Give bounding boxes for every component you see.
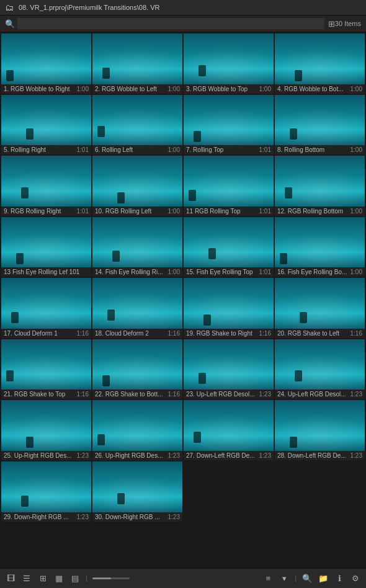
item-duration: 1:23: [77, 452, 89, 459]
grid-item[interactable]: 17. Cloud Deform 11:16: [1, 278, 91, 338]
item-duration: 1:16: [168, 391, 180, 398]
item-duration: 1:00: [168, 86, 180, 92]
item-name: 1. RGB Wobble to Right: [4, 86, 74, 92]
item-duration: 1:23: [168, 452, 180, 459]
grid-item[interactable]: 14. Fish Eye Rolling Ri...1:00: [92, 217, 182, 277]
grid-item[interactable]: 11 RGB Rolling Top1:01: [184, 156, 274, 216]
item-duration: 1:16: [77, 391, 89, 398]
item-duration: 1:00: [77, 86, 89, 92]
settings-icon[interactable]: ⚙: [350, 573, 361, 584]
grid-item[interactable]: 10. RGB Rolling Left1:00: [92, 156, 182, 216]
item-duration: 1:23: [168, 514, 180, 520]
item-name: 15. Fish Eye Rolling Top: [186, 269, 257, 275]
grid-item[interactable]: 28. Down-Left RGB De...1:23: [275, 400, 365, 460]
folder-icon: 🗂: [5, 2, 14, 12]
item-name: 23. Up-Left RGB Desol...: [186, 391, 257, 398]
item-duration: 1:00: [168, 146, 180, 153]
grid-item[interactable]: 19. RGB Shake to Right1:16: [184, 278, 274, 338]
item-duration: 1:00: [350, 146, 362, 153]
grid-item[interactable]: 9. RGB Rolling Right1:01: [1, 156, 91, 216]
media-type-icon[interactable]: 🎞: [5, 573, 16, 584]
item-name: 14. Fish Eye Rolling Ri...: [95, 269, 166, 275]
item-name: 13 Fish Eye Rolling Lef 101: [4, 269, 86, 275]
grid-item[interactable]: 7. Rolling Top1:01: [184, 95, 274, 155]
item-name: 29. Down-Right RGB ...: [4, 514, 74, 520]
grid-item[interactable]: 2. RGB Wobble to Left1:00: [92, 33, 182, 94]
grid-item[interactable]: 25. Up-Right RGB Des...1:23: [1, 400, 91, 460]
dropdown-icon[interactable]: ▾: [279, 573, 290, 584]
item-duration: 1:23: [77, 514, 89, 520]
item-name: 2. RGB Wobble to Left: [95, 86, 166, 92]
item-duration: 1:23: [350, 452, 362, 459]
bottom-toolbar: 🎞 ☰ ⊞ ▦ ▤ | ≡ ▾ | 🔍 📁 ℹ ⚙: [0, 568, 366, 588]
grid-item[interactable]: 12. RGB Rolling Bottom1:00: [275, 156, 365, 216]
item-duration: 1:01: [259, 269, 271, 275]
search-toolbar-icon[interactable]: 🔍: [301, 573, 313, 584]
grid-item[interactable]: 5. Rolling Right1:01: [1, 95, 91, 155]
grid-small-icon[interactable]: ⊞: [37, 573, 48, 584]
grid-item[interactable]: 18. Cloud Deform 21:16: [92, 278, 182, 338]
panel-icon[interactable]: ▤: [69, 573, 81, 584]
item-name: 3. RGB Wobble to Top: [186, 86, 257, 92]
filter-icon[interactable]: ⊞: [328, 19, 335, 29]
grid-item[interactable]: 15. Fish Eye Rolling Top1:01: [184, 217, 274, 277]
item-name: 11 RGB Rolling Top: [186, 208, 257, 215]
item-name: 30. Down-Right RGB ...: [95, 514, 166, 520]
grid-item[interactable]: 29. Down-Right RGB ...1:23: [1, 461, 91, 522]
item-name: 5. Rolling Right: [4, 146, 74, 153]
search-input[interactable]: [17, 18, 324, 29]
item-name: 26. Up-Right RGB Des...: [95, 452, 166, 459]
item-name: 8. Rolling Bottom: [277, 146, 348, 153]
item-name: 18. Cloud Deform 2: [95, 330, 166, 337]
grid-large-icon[interactable]: ▦: [53, 573, 65, 584]
item-duration: 1:00: [350, 208, 362, 215]
list-view-icon[interactable]: ☰: [21, 573, 32, 584]
grid-item[interactable]: 4. RGB Wobble to Bot...1:00: [275, 33, 365, 94]
item-name: 10. RGB Rolling Left: [95, 208, 166, 215]
menu-icon[interactable]: ≡: [262, 573, 274, 584]
media-browser-icon[interactable]: 📁: [318, 573, 329, 584]
item-name: 19. RGB Shake to Right: [186, 330, 257, 337]
grid-item[interactable]: 16. Fish Eye Rolling Bo...1:00: [275, 217, 365, 277]
item-name: 12. RGB Rolling Bottom: [277, 208, 348, 215]
title-bar: 🗂 08. VR_1.prproj\Premiumilk Transitions…: [0, 0, 366, 16]
grid-item[interactable]: 8. Rolling Bottom1:00: [275, 95, 365, 155]
grid-item[interactable]: 23. Up-Left RGB Desol...1:23: [184, 339, 274, 399]
grid-item[interactable]: 21. RGB Shake to Top1:16: [1, 339, 91, 399]
grid-item[interactable]: 6. Rolling Left1:00: [92, 95, 182, 155]
zoom-slider[interactable]: [92, 577, 130, 579]
item-duration: 1:16: [168, 330, 180, 337]
grid-item[interactable]: 27. Down-Left RGB De...1:23: [184, 400, 274, 460]
item-name: 22. RGB Shake to Bott...: [95, 391, 166, 398]
item-name: 4. RGB Wobble to Bot...: [277, 86, 348, 92]
grid-item[interactable]: 20. RGB Shake to Left1:16: [275, 278, 365, 338]
item-duration: 1:00: [259, 86, 271, 92]
item-name: 24. Up-Left RGB Desol...: [277, 391, 348, 398]
grid-item[interactable]: 22. RGB Shake to Bott...1:16: [92, 339, 182, 399]
item-name: 28. Down-Left RGB De...: [277, 452, 348, 459]
item-duration: 1:23: [259, 391, 271, 398]
item-name: 16. Fish Eye Rolling Bo...: [277, 269, 348, 275]
item-duration: 1:01: [259, 146, 271, 153]
item-name: 9. RGB Rolling Right: [4, 208, 74, 215]
item-duration: 1:16: [77, 330, 89, 337]
item-name: 6. Rolling Left: [95, 146, 166, 153]
grid-item[interactable]: 1. RGB Wobble to Right1:00: [1, 33, 91, 94]
grid-item[interactable]: 24. Up-Left RGB Desol...1:23: [275, 339, 365, 399]
item-duration: 1:01: [259, 208, 271, 215]
media-grid: 1. RGB Wobble to Right1:002. RGB Wobble …: [0, 32, 366, 523]
info-icon[interactable]: ℹ: [334, 573, 345, 584]
item-duration: 1:23: [350, 391, 362, 398]
search-bar: 🔍 ⊞ 30 Items: [0, 16, 366, 32]
item-duration: 1:01: [77, 146, 89, 153]
items-count: 30 Items: [335, 20, 361, 27]
item-duration: 1:00: [350, 269, 362, 275]
title-bar-path: 08. VR_1.prproj\Premiumilk Transitions\0…: [19, 4, 159, 11]
item-duration: 1:00: [350, 86, 362, 92]
grid-item[interactable]: 13 Fish Eye Rolling Lef 101: [1, 217, 91, 277]
grid-item[interactable]: 30. Down-Right RGB ...1:23: [92, 461, 182, 522]
grid-item[interactable]: 3. RGB Wobble to Top1:00: [184, 33, 274, 94]
item-name: 7. Rolling Top: [186, 146, 257, 153]
item-name: 25. Up-Right RGB Des...: [4, 452, 74, 459]
grid-item[interactable]: 26. Up-Right RGB Des...1:23: [92, 400, 182, 460]
